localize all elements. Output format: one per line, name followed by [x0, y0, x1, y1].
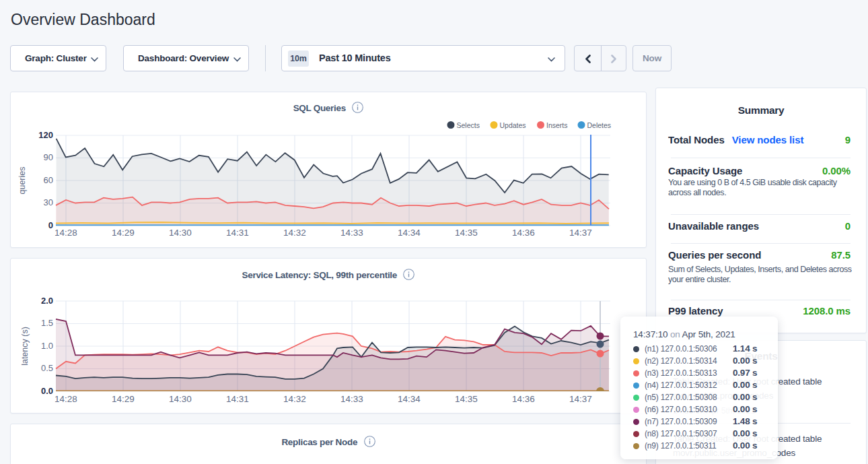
svg-text:Selects: Selects [457, 121, 480, 129]
svg-text:0: 0 [48, 220, 53, 230]
svg-text:60: 60 [44, 175, 53, 185]
svg-text:14:34: 14:34 [398, 394, 421, 404]
svg-text:14:31: 14:31 [226, 228, 249, 238]
svg-text:14:35: 14:35 [455, 228, 478, 238]
svg-text:0.5: 0.5 [41, 363, 53, 373]
svg-text:30: 30 [44, 197, 53, 207]
svg-text:Updates: Updates [500, 121, 526, 129]
svg-text:14:28: 14:28 [55, 394, 77, 404]
svg-text:Deletes: Deletes [587, 121, 612, 129]
svg-text:14:35: 14:35 [455, 394, 478, 404]
svg-text:1.0: 1.0 [41, 341, 53, 351]
svg-text:latency (s): latency (s) [20, 327, 30, 366]
svg-text:14:33: 14:33 [340, 228, 363, 238]
svg-text:14:29: 14:29 [112, 394, 135, 404]
svg-text:14:30: 14:30 [169, 394, 192, 404]
svg-text:14:29: 14:29 [112, 228, 135, 238]
svg-text:120: 120 [38, 130, 53, 140]
svg-text:1.5: 1.5 [41, 318, 53, 328]
svg-text:14:32: 14:32 [283, 394, 306, 404]
svg-text:14:33: 14:33 [340, 394, 363, 404]
svg-text:90: 90 [44, 152, 53, 162]
svg-text:14:31: 14:31 [226, 394, 249, 404]
svg-text:2.0: 2.0 [41, 296, 53, 306]
svg-text:14:36: 14:36 [512, 394, 535, 404]
svg-text:14:37: 14:37 [569, 228, 592, 238]
svg-text:14:28: 14:28 [55, 228, 77, 238]
svg-text:14:32: 14:32 [283, 228, 306, 238]
svg-text:14:34: 14:34 [398, 228, 421, 238]
svg-text:Inserts: Inserts [546, 121, 568, 129]
svg-text:14:37: 14:37 [569, 394, 592, 404]
svg-text:0.0: 0.0 [41, 386, 53, 396]
svg-text:14:30: 14:30 [169, 228, 192, 238]
svg-text:queries: queries [17, 167, 27, 195]
svg-text:14:36: 14:36 [512, 228, 535, 238]
